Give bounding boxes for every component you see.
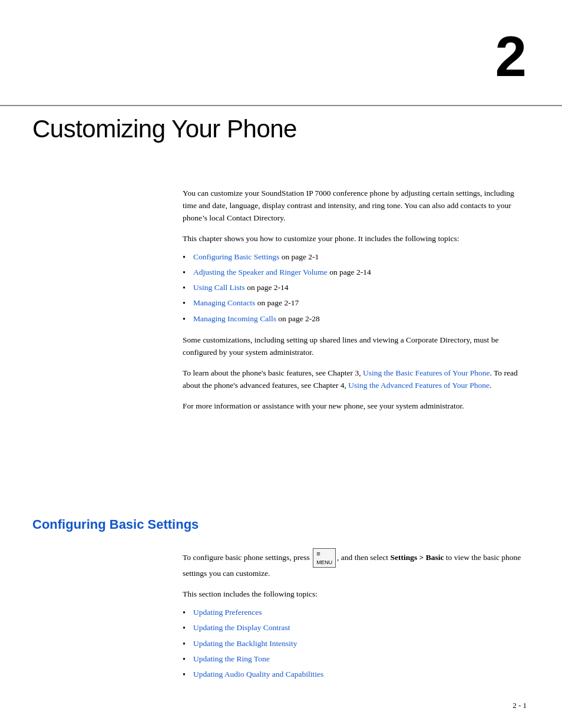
page-container: 2 Customizing Your Phone You can customi…	[0, 0, 562, 728]
intro-paragraph-1: You can customize your SoundStation IP 7…	[183, 187, 527, 225]
section-topics-list: Updating Preferences Updating the Displa…	[183, 607, 527, 680]
updating-display-contrast-link[interactable]: Updating the Display Contrast	[193, 623, 290, 632]
updating-backlight-intensity-link[interactable]: Updating the Backlight Intensity	[193, 639, 297, 648]
topics-intro: This chapter shows you how to customize …	[183, 233, 527, 245]
page-ref-5: on page 2-28	[278, 314, 319, 323]
basic-features-link[interactable]: Using the Basic Features of Your Phone	[363, 368, 490, 377]
main-content: You can customize your SoundStation IP 7…	[183, 187, 527, 421]
adjusting-speaker-link[interactable]: Adjusting the Speaker and Ringer Volume	[193, 268, 328, 276]
page-number: 2 - 1	[513, 701, 527, 710]
chapter-refs-prefix: To learn about the phone's basic feature…	[183, 368, 363, 377]
chapter-title: Customizing Your Phone	[32, 115, 297, 143]
list-item: Adjusting the Speaker and Ringer Volume …	[183, 266, 527, 278]
top-rule	[0, 105, 562, 106]
section-topics-intro: This section includes the following topi…	[183, 588, 527, 601]
page-ref-1: on page 2-1	[282, 252, 319, 261]
list-item: Managing Incoming Calls on page 2-28	[183, 313, 527, 325]
list-item: Configuring Basic Settings on page 2-1	[183, 251, 527, 263]
page-ref-4: on page 2-17	[257, 298, 299, 307]
updating-preferences-link[interactable]: Updating Preferences	[193, 608, 262, 617]
list-item: Updating the Backlight Intensity	[183, 638, 527, 650]
managing-contacts-link[interactable]: Managing Contacts	[193, 298, 255, 307]
settings-instruction: To configure basic phone settings, press…	[183, 548, 527, 580]
menu-button-icon: ≡MENU	[313, 548, 336, 568]
list-item: Managing Contacts on page 2-17	[183, 297, 527, 309]
advanced-features-link[interactable]: Using the Advanced Features of Your Phon…	[348, 381, 490, 390]
page-ref-2: on page 2-14	[329, 268, 371, 276]
chapter-refs-paragraph: To learn about the phone's basic feature…	[183, 367, 527, 392]
updating-audio-quality-link[interactable]: Updating Audio Quality and Capabilities	[193, 670, 323, 678]
list-item: Updating the Display Contrast	[183, 622, 527, 634]
section-content: To configure basic phone settings, press…	[183, 548, 527, 690]
settings-suffix: , and then select	[337, 553, 390, 562]
managing-incoming-calls-link[interactable]: Managing Incoming Calls	[193, 314, 276, 323]
settings-path: Settings > Basic	[390, 553, 444, 562]
page-ref-3: on page 2-14	[247, 283, 288, 292]
section-heading-configuring: Configuring Basic Settings	[32, 517, 199, 532]
list-item: Updating the Ring Tone	[183, 653, 527, 665]
settings-prefix: To configure basic phone settings, press	[183, 553, 312, 562]
chapter-number: 2	[495, 28, 527, 85]
shared-lines-paragraph: Some customizations, including setting u…	[183, 334, 527, 359]
topics-list: Configuring Basic Settings on page 2-1 A…	[183, 251, 527, 325]
configuring-basic-settings-link[interactable]: Configuring Basic Settings	[193, 252, 279, 261]
chapter-refs-suffix: .	[490, 381, 491, 390]
list-item: Using Call Lists on page 2-14	[183, 282, 527, 294]
updating-ring-tone-link[interactable]: Updating the Ring Tone	[193, 654, 270, 663]
list-item: Updating Audio Quality and Capabilities	[183, 668, 527, 680]
list-item: Updating Preferences	[183, 607, 527, 618]
using-call-lists-link[interactable]: Using Call Lists	[193, 283, 245, 292]
more-info-paragraph: For more information or assistance with …	[183, 400, 527, 413]
